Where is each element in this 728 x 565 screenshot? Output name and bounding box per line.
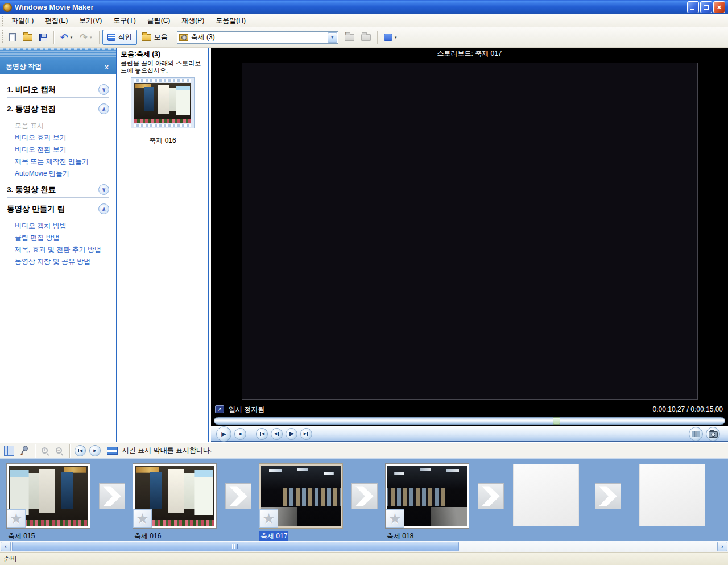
bar-icon bbox=[260, 432, 261, 436]
frame-step-group: ◀ ◀ ▶ ▶ bbox=[256, 428, 315, 440]
split-clip-button[interactable] bbox=[689, 427, 703, 441]
transition-arrow-icon bbox=[478, 484, 503, 509]
empty-storyboard-slot[interactable] bbox=[639, 464, 705, 526]
menu-tools[interactable]: 도구(T) bbox=[107, 14, 141, 27]
tasks-button[interactable]: 작업 bbox=[102, 30, 137, 45]
storyboard-clip[interactable]: ★ 축제 016 bbox=[133, 464, 218, 541]
minimize-button[interactable] bbox=[687, 1, 699, 13]
video-effect-star-badge[interactable]: ★ bbox=[259, 509, 278, 528]
clip-label: 축제 016 bbox=[133, 531, 162, 541]
menu-help[interactable]: 도움말(H) bbox=[210, 14, 251, 27]
collections-button[interactable]: 모음 bbox=[137, 30, 172, 44]
section-edit-movie[interactable]: 2. 동영상 편집 ∧ bbox=[7, 103, 109, 114]
tasks-label: 작업 bbox=[118, 32, 132, 42]
link-make-automovie[interactable]: AutoMovie 만들기 bbox=[15, 169, 116, 178]
scroll-right-button[interactable]: › bbox=[717, 542, 727, 551]
show-timeline-button-label[interactable]: 시간 표시 막대를 표시합니다. bbox=[122, 446, 212, 455]
transition-cell[interactable] bbox=[225, 483, 251, 509]
video-effect-star-badge[interactable]: ★ bbox=[133, 509, 152, 528]
transition-cell[interactable] bbox=[99, 483, 125, 509]
bar-icon bbox=[289, 432, 291, 436]
link-view-video-effects[interactable]: 비디오 효과 보기 bbox=[15, 133, 116, 143]
forward-button[interactable]: ▶ bbox=[300, 428, 312, 440]
seek-bar[interactable] bbox=[214, 417, 725, 425]
popout-icon[interactable]: ↗ bbox=[215, 405, 224, 413]
restore-button[interactable] bbox=[700, 1, 712, 13]
transition-cell[interactable] bbox=[351, 483, 378, 509]
video-effect-star-badge[interactable]: ★ bbox=[7, 509, 26, 528]
storyboard-clip[interactable]: ★ 축제 015 bbox=[7, 464, 92, 541]
clip-thumbnail[interactable]: ★ bbox=[386, 464, 469, 528]
transition-arrow-icon bbox=[352, 484, 377, 509]
combobox-dropdown-button[interactable]: ▼ bbox=[328, 32, 337, 43]
collection-clip-item[interactable]: 축제 016 bbox=[131, 77, 195, 146]
seek-thumb[interactable] bbox=[553, 417, 560, 425]
new-project-button[interactable] bbox=[6, 30, 19, 44]
scroll-right-icon: › bbox=[721, 543, 723, 550]
narrate-timeline-microphone-icon[interactable] bbox=[19, 446, 28, 455]
storyboard-clip-selected[interactable]: ★ 축제 017 bbox=[259, 464, 345, 541]
task-pane-close-button[interactable]: x bbox=[103, 63, 110, 71]
transition-cell[interactable] bbox=[478, 483, 504, 509]
section-title: 동영상 만들기 팁 bbox=[7, 204, 65, 214]
link-view-video-transitions[interactable]: 비디오 전환 보기 bbox=[15, 145, 116, 155]
link-how-to-capture[interactable]: 비디오 캡처 방법 bbox=[15, 221, 116, 231]
scroll-left-button[interactable]: ‹ bbox=[1, 542, 11, 551]
menu-grip[interactable] bbox=[2, 16, 3, 25]
link-make-titles-credits[interactable]: 제목 또는 제작진 만들기 bbox=[15, 157, 116, 167]
menu-play[interactable]: 재생(P) bbox=[176, 14, 210, 27]
views-button[interactable]: ▼ bbox=[381, 31, 400, 44]
take-picture-button[interactable] bbox=[706, 427, 720, 441]
zoom-out-icon: − bbox=[56, 447, 62, 454]
link-how-to-add-titles-effects[interactable]: 제목, 효과 및 전환 추가 방법 bbox=[15, 245, 116, 255]
clip-thumbnail[interactable]: ★ bbox=[133, 464, 216, 528]
collections-folder-icon bbox=[142, 34, 151, 41]
play-button[interactable]: ▶ bbox=[216, 426, 231, 442]
star-icon: ★ bbox=[136, 510, 148, 527]
save-project-button[interactable] bbox=[36, 31, 50, 44]
clip-thumbnail[interactable]: ★ bbox=[259, 464, 342, 528]
section-movie-making-tips[interactable]: 동영상 만들기 팁 ∧ bbox=[7, 203, 109, 214]
rewind-storyboard-button[interactable]: ◀ bbox=[75, 445, 86, 456]
redo-button[interactable]: ↷ ▼ bbox=[77, 31, 95, 44]
stop-button[interactable]: ■ bbox=[234, 428, 246, 440]
link-how-to-edit-clips[interactable]: 클립 편집 방법 bbox=[15, 233, 116, 243]
chevron-up-icon[interactable]: ∧ bbox=[98, 103, 109, 114]
open-project-button[interactable] bbox=[20, 31, 35, 44]
section-finish-movie[interactable]: 3. 동영상 완료 ∨ bbox=[7, 184, 109, 195]
chevron-down-icon[interactable]: ∨ bbox=[98, 184, 109, 195]
collection-combobox[interactable]: 축제 (3) ▼ bbox=[177, 31, 338, 44]
horizontal-scrollbar[interactable]: ‹ › bbox=[0, 541, 728, 552]
collection-pane-instruction: 클립을 끌어 아래의 스토리보드에 놓으십시오. bbox=[121, 60, 205, 74]
storyboard-clip[interactable]: ★ 축제 018 bbox=[386, 464, 471, 541]
storyboard-view-toggle-button[interactable] bbox=[4, 446, 14, 456]
video-effect-star-badge[interactable]: ★ bbox=[386, 509, 404, 528]
new-collection-folder-button[interactable] bbox=[358, 31, 374, 44]
undo-button[interactable]: ↶ ▼ bbox=[57, 31, 76, 44]
menu-file[interactable]: 파일(F) bbox=[6, 14, 39, 27]
transition-cell[interactable] bbox=[595, 483, 621, 509]
close-button[interactable]: × bbox=[713, 1, 725, 13]
link-how-to-save-share[interactable]: 동영상 저장 및 공유 방법 bbox=[15, 257, 116, 267]
empty-storyboard-slot[interactable] bbox=[513, 464, 579, 526]
clip-thumbnail[interactable]: ★ bbox=[7, 464, 90, 528]
previous-frame-button[interactable]: ◀ bbox=[271, 428, 283, 440]
chevron-down-icon[interactable]: ∨ bbox=[98, 84, 109, 95]
section-capture-video[interactable]: 1. 비디오 캡처 ∨ bbox=[7, 84, 109, 95]
menu-edit[interactable]: 편집(E) bbox=[39, 14, 73, 27]
chevron-up-icon[interactable]: ∧ bbox=[98, 203, 109, 214]
menu-clip[interactable]: 클립(C) bbox=[142, 14, 176, 27]
up-one-level-button[interactable]: ↑ bbox=[342, 31, 357, 44]
scrollbar-thumb[interactable] bbox=[12, 542, 459, 551]
menu-view[interactable]: 보기(V) bbox=[73, 14, 107, 27]
toolbar-separator bbox=[35, 444, 35, 458]
next-frame-button[interactable]: ▶ bbox=[286, 428, 297, 440]
back-button[interactable]: ◀ bbox=[256, 428, 268, 440]
play-storyboard-button[interactable]: ▶ bbox=[89, 445, 101, 456]
redo-dropdown-icon: ▼ bbox=[89, 36, 93, 39]
undo-icon: ↶ bbox=[60, 34, 68, 41]
toolbar-grip[interactable] bbox=[2, 30, 3, 44]
show-timeline-icon[interactable] bbox=[107, 447, 118, 455]
task-pane-body: 1. 비디오 캡처 ∨ 2. 동영상 편집 ∧ 모음 표시 비디오 효과 보기 … bbox=[0, 74, 116, 267]
camera-icon bbox=[709, 430, 718, 438]
